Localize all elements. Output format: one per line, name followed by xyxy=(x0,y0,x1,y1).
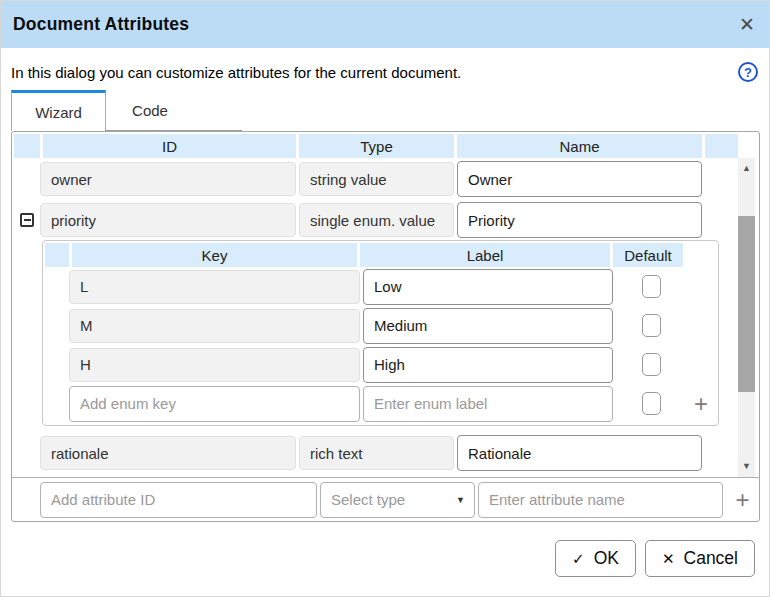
enum-default-checkbox[interactable] xyxy=(642,353,661,376)
description-row: In this dialog you can customize attribu… xyxy=(1,48,769,90)
table-row-rationale: rationale rich text xyxy=(14,432,738,474)
column-header-expand xyxy=(14,134,40,158)
tab-strip-edge xyxy=(194,90,242,131)
add-enum-value-button[interactable]: + xyxy=(694,392,708,416)
select-type-dropdown[interactable]: Select type ▼ xyxy=(320,482,475,518)
column-header-id: ID xyxy=(43,134,296,158)
table-rows: owner string value priority single enum.… xyxy=(12,158,738,477)
tab-wizard[interactable]: Wizard xyxy=(11,90,106,131)
chevron-down-icon: ▼ xyxy=(456,495,465,505)
attribute-name-input[interactable] xyxy=(457,202,702,238)
enum-label-input[interactable] xyxy=(363,269,613,305)
enum-add-row: + xyxy=(45,384,716,423)
enum-default-checkbox[interactable] xyxy=(642,392,661,415)
tab-code[interactable]: Code xyxy=(106,90,194,131)
attribute-type-field: string value xyxy=(299,162,454,196)
column-header-name: Name xyxy=(457,134,702,158)
dialog-button-row: ✓ OK ✕ Cancel xyxy=(1,540,755,577)
attribute-id-field: owner xyxy=(40,162,296,196)
enum-column-header-default: Default xyxy=(613,243,683,267)
header-scrollbar-gap xyxy=(741,134,759,158)
collapse-icon[interactable] xyxy=(20,213,34,227)
enum-header-row: Key Label Default xyxy=(45,243,716,267)
attribute-name-input[interactable] xyxy=(457,161,702,197)
add-attribute-button[interactable]: + xyxy=(735,488,749,512)
scroll-down-icon[interactable]: ▼ xyxy=(742,456,751,477)
enum-default-checkbox[interactable] xyxy=(642,314,661,337)
close-icon[interactable]: ✕ xyxy=(739,15,755,34)
enum-label-input[interactable] xyxy=(363,347,613,383)
title-bar: Document Attributes ✕ xyxy=(1,1,769,48)
add-enum-label-input[interactable] xyxy=(363,386,613,422)
enum-row-high: H xyxy=(45,345,716,384)
scrollbar-thumb[interactable] xyxy=(738,216,755,392)
attribute-id-field: priority xyxy=(40,203,296,237)
attribute-type-field: rich text xyxy=(299,436,454,470)
column-header-actions xyxy=(705,134,738,158)
cross-icon: ✕ xyxy=(662,551,675,566)
document-attributes-dialog: Document Attributes ✕ In this dialog you… xyxy=(0,0,770,597)
enum-key-field: L xyxy=(69,270,360,304)
add-attribute-id-input[interactable] xyxy=(40,482,317,518)
table-scroll-region: owner string value priority single enum.… xyxy=(12,158,759,477)
help-icon[interactable]: ? xyxy=(738,62,758,82)
column-header-type: Type xyxy=(299,134,454,158)
table-row-priority: priority single enum. value xyxy=(14,200,738,240)
enum-column-header-key: Key xyxy=(72,243,357,267)
dialog-title: Document Attributes xyxy=(13,14,739,35)
attribute-type-field: single enum. value xyxy=(299,203,454,237)
cancel-button[interactable]: ✕ Cancel xyxy=(645,540,755,577)
enum-column-header-expand xyxy=(45,243,69,267)
ok-button[interactable]: ✓ OK xyxy=(555,540,636,577)
select-type-placeholder: Select type xyxy=(331,491,405,508)
enum-label-input[interactable] xyxy=(363,308,613,344)
attribute-name-input[interactable] xyxy=(457,435,702,471)
attributes-table: ID Type Name owner string value xyxy=(11,131,760,522)
check-icon: ✓ xyxy=(572,551,585,566)
vertical-scrollbar[interactable]: ▲ ▼ xyxy=(738,158,755,477)
enum-key-field: H xyxy=(69,348,360,382)
table-header-row: ID Type Name xyxy=(12,132,759,158)
enum-row-low: L xyxy=(45,267,716,306)
enum-key-field: M xyxy=(69,309,360,343)
attribute-id-field: rationale xyxy=(40,436,296,470)
table-row-owner: owner string value xyxy=(14,158,738,200)
enum-column-header-actions xyxy=(686,243,716,267)
ok-button-label: OK xyxy=(594,548,619,569)
add-attribute-name-input[interactable] xyxy=(478,482,723,518)
enum-default-checkbox[interactable] xyxy=(642,275,661,298)
cancel-button-label: Cancel xyxy=(684,548,738,569)
enum-column-header-label: Label xyxy=(360,243,610,267)
tab-strip: Wizard Code xyxy=(11,90,769,131)
enum-row-medium: M xyxy=(45,306,716,345)
add-attribute-row: Select type ▼ + xyxy=(12,477,759,521)
scroll-up-icon[interactable]: ▲ xyxy=(742,158,751,179)
dialog-description: In this dialog you can customize attribu… xyxy=(11,64,738,81)
add-enum-key-input[interactable] xyxy=(69,386,360,422)
enum-values-table: Key Label Default L M xyxy=(42,240,719,426)
